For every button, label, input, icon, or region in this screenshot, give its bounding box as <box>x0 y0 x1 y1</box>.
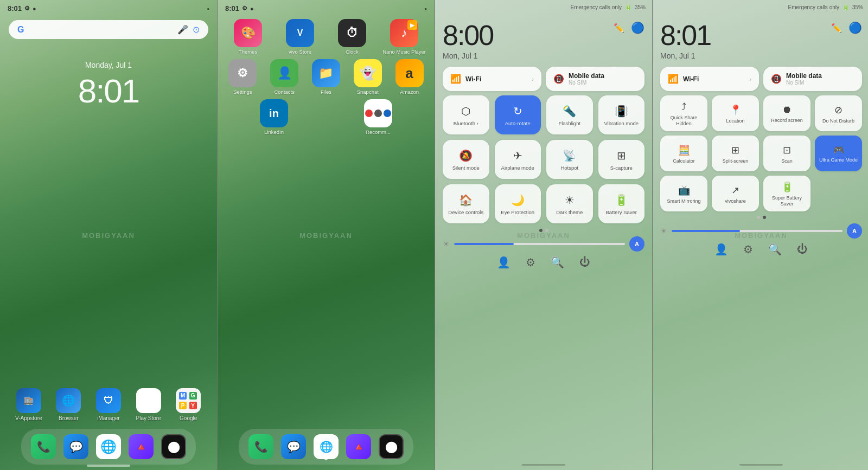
app-icon-browser[interactable]: 🌐 Browser <box>55 388 82 421</box>
dark-icon-3: ☀ <box>565 194 575 207</box>
lens-icon[interactable]: ⊙ <box>193 24 200 35</box>
drawer-contacts[interactable]: 👤 Contacts <box>268 59 301 95</box>
cc3-power-icon[interactable]: ⏻ <box>579 256 590 269</box>
dock-camera[interactable]: ⬤ <box>160 434 187 459</box>
drawer-themes[interactable]: 🎨 Themes <box>232 19 264 55</box>
mobile-label-4: Mobile data <box>786 72 822 80</box>
cc3-wifi-toggle[interactable]: 📶 Wi-Fi › <box>443 67 541 91</box>
dock2-gallery[interactable]: 🔺 <box>345 434 372 459</box>
cc3-btn-hotspot[interactable]: 📡 Hotspot <box>546 140 593 179</box>
drawer-nano-music[interactable]: ♪ ▶ Nano Music Player <box>388 19 420 55</box>
cc3-btn-scapture[interactable]: ⊞ S-capture <box>598 140 645 179</box>
battery-percent-4: 🔋 <box>843 4 849 10</box>
cc3-grid-3: 🏠 Device controls 🌙 Eye Protection ☀ Dar… <box>443 184 644 223</box>
dock2-chrome[interactable]: 🌐 <box>312 434 340 459</box>
cc3-page-dots <box>443 229 644 232</box>
cc4-btn-smartmirror[interactable]: 📺 Smart Mirroring <box>660 176 707 211</box>
drawer-row-1: 🎨 Themes V vivo Store ⏱ Clock ♪ ▶ Nano M… <box>224 19 428 55</box>
cc4-btn-location[interactable]: 📍 Location <box>712 95 759 131</box>
drawer-files[interactable]: 📁 Files <box>310 59 342 95</box>
cc4-wifi-toggle[interactable]: 📶 Wi-Fi › <box>660 67 759 91</box>
search-bar[interactable]: G 🎤 ⊙ <box>9 20 208 39</box>
dot-1 <box>539 229 542 232</box>
cc3-btn-vibration[interactable]: 📳 Vibration mode <box>598 95 645 134</box>
dock2-messages-icon: 💬 <box>281 434 306 459</box>
cc4-empty-slot <box>815 176 847 211</box>
cc3-btn-airplane[interactable]: ✈ Airplane mode <box>495 140 541 179</box>
app-icon-google[interactable]: M G P Y Google <box>175 388 202 421</box>
scapture-label-3: S-capture <box>610 165 633 171</box>
cc4-btn-calc[interactable]: 🧮 Calculator <box>660 136 707 171</box>
cc3-btn-bluetooth[interactable]: ⬡ Bluetooth › <box>443 95 489 134</box>
cc3-btn-silent[interactable]: 🔕 Silent mode <box>443 140 489 179</box>
imanager-icon: 🛡 <box>96 388 121 413</box>
calc-label-4: Calculator <box>673 158 695 164</box>
drawer-vivo-store[interactable]: V vivo Store <box>284 19 316 55</box>
dock2-camera[interactable]: ⬤ <box>378 434 405 459</box>
gallery-icon: 🔺 <box>129 434 154 459</box>
cc4-search-icon[interactable]: 🔍 <box>768 243 782 256</box>
autorotate-label-3: Auto-rotate <box>505 120 531 126</box>
cc4-btn-superbattery[interactable]: 🔋 Super Battery Saver <box>763 176 810 211</box>
hotspot-label-3: Hotspot <box>560 165 578 171</box>
cc3-btn-flashlight[interactable]: 🔦 Flashlight <box>546 95 593 134</box>
quickshare-label-4: Quick Share Hidden <box>662 115 705 127</box>
recommend-icon <box>364 99 392 127</box>
brightness-bar-4[interactable] <box>672 230 843 232</box>
superbattery-label-4: Super Battery Saver <box>765 195 808 207</box>
cc4-edit-icon[interactable]: ✏️ <box>831 23 842 33</box>
playstore-icon: ▶ <box>136 388 161 413</box>
cc3-avatar-icon[interactable]: 👤 <box>497 256 510 269</box>
status-bar-1: 8:01 ⚙ ● ▪ <box>0 0 217 15</box>
drawer-snapchat[interactable]: 👻 Snapchat <box>352 59 384 95</box>
app-icon-appstore[interactable]: 🏬 V-Appstore <box>15 388 42 421</box>
dock2-phone-icon: 📞 <box>248 434 273 459</box>
brightness-bar-3[interactable] <box>454 243 625 245</box>
cc3-btn-eye[interactable]: 🌙 Eye Protection <box>495 184 541 223</box>
drawer-amazon[interactable]: a Amazon <box>393 59 426 95</box>
cc4-power-icon[interactable]: ⏻ <box>797 243 808 256</box>
drawer-settings[interactable]: ⚙ Settings <box>226 59 259 95</box>
dock-chrome[interactable]: 🌐 <box>95 434 122 459</box>
status-time-2: 8:01 <box>225 4 239 12</box>
dock2-phone[interactable]: 📞 <box>247 434 275 459</box>
cc4-btn-record[interactable]: ⏺ Record screen <box>763 95 810 131</box>
split-label-4: Split-screen <box>723 158 749 164</box>
appstore-icon: 🏬 <box>16 388 41 413</box>
cc3-btn-device[interactable]: 🏠 Device controls <box>443 184 489 223</box>
cc4-btn-scan[interactable]: ⊡ Scan <box>763 136 810 171</box>
emergency-bar-3: Emergency calls only 🔋 35% <box>435 0 652 10</box>
drawer-recommend[interactable]: Recomm... <box>362 99 394 135</box>
app-icon-playstore[interactable]: ▶ Play Store <box>135 388 162 421</box>
cc4-avatar-icon[interactable]: 👤 <box>714 243 728 256</box>
cc3-settings-icon[interactable]: ⚙ <box>526 256 535 269</box>
battery-val-4: 35% <box>852 4 863 10</box>
battery-status-1: ▪ <box>207 5 209 12</box>
drawer-linkedin[interactable]: in LinkedIn <box>258 99 290 135</box>
cc3-search-icon[interactable]: 🔍 <box>551 256 564 269</box>
cc4-settings-icon[interactable]: ⚙ <box>743 243 753 256</box>
cc4-btn-ultragame[interactable]: 🎮 Ultra Game Mode <box>815 136 862 171</box>
cc4-btn-quickshare[interactable]: ⤴ Quick Share Hidden <box>660 95 707 131</box>
app-icon-imanager[interactable]: 🛡 iManager <box>95 388 122 421</box>
dock-phone[interactable]: 📞 <box>30 434 57 459</box>
dock-gallery[interactable]: 🔺 <box>127 434 155 459</box>
cc4-btn-dnd[interactable]: ⊘ Do Not Disturb <box>815 95 862 131</box>
cc3-grid-1: ⬡ Bluetooth › ↻ Auto-rotate 🔦 Flashlight… <box>443 95 644 134</box>
dock-messages[interactable]: 💬 <box>62 434 90 459</box>
cc3-btn-dark[interactable]: ☀ Dark theme <box>546 184 593 223</box>
drawer-clock[interactable]: ⏱ Clock <box>336 19 368 55</box>
cc4-btn-vivoshare[interactable]: ↗ vivoshare <box>712 176 759 211</box>
cc3-edit-icon[interactable]: ✏️ <box>614 23 624 33</box>
wifi-label-3: Wi-Fi <box>465 75 481 83</box>
cc3-btn-autorotate[interactable]: ↻ Auto-rotate <box>495 95 541 134</box>
cc4-btn-split[interactable]: ⊞ Split-screen <box>712 136 759 171</box>
cc3-btn-battery[interactable]: 🔋 Battery Saver <box>598 184 645 223</box>
status-bar-2: 8:01 ⚙ ● ▪ <box>218 0 435 15</box>
cc4-mobile-toggle[interactable]: 📵 Mobile data No SIM <box>763 67 862 91</box>
cc3-mobile-toggle[interactable]: 📵 Mobile data No SIM <box>546 67 644 91</box>
mic-icon[interactable]: 🎤 <box>177 24 188 35</box>
brightness-avatar-4: A <box>847 223 862 239</box>
dock2-gallery-icon: 🔺 <box>346 434 371 459</box>
dock2-messages[interactable]: 💬 <box>280 434 307 459</box>
